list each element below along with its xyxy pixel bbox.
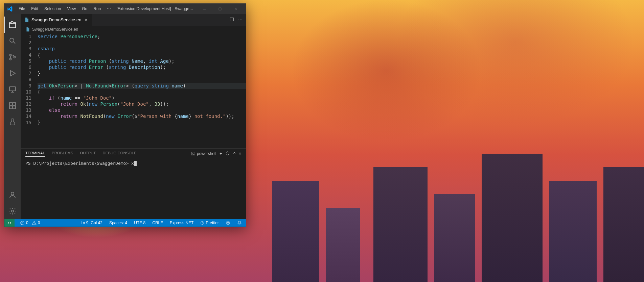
- status-language[interactable]: Express.NET: [168, 221, 195, 225]
- panel-tab-terminal[interactable]: TERMINAL: [25, 151, 45, 157]
- close-panel-icon[interactable]: ×: [239, 151, 241, 156]
- breadcrumb-file: SwaggerDemoService.en: [32, 27, 78, 32]
- text-cursor-icon: [140, 205, 140, 210]
- status-eol[interactable]: CRLF: [151, 221, 164, 225]
- menu-run[interactable]: Run: [91, 5, 104, 12]
- split-terminal-icon[interactable]: [225, 151, 230, 157]
- line-number-gutter: 1 2 3 4 5 6 7 8 9 10 11 12 13 14 15: [21, 33, 38, 148]
- new-terminal-icon[interactable]: +: [220, 151, 222, 156]
- svg-point-18: [226, 221, 230, 225]
- svg-point-4: [10, 58, 12, 60]
- svg-point-20: [228, 223, 229, 223]
- svg-point-2: [10, 38, 14, 42]
- svg-rect-7: [9, 103, 12, 105]
- svg-point-12: [12, 210, 14, 212]
- svg-rect-9: [9, 106, 12, 109]
- split-editor-icon[interactable]: [230, 17, 234, 23]
- tab-label: SwaggerDemoService.en: [31, 17, 81, 22]
- svg-point-5: [14, 56, 16, 58]
- menu-more[interactable]: ⋯: [104, 5, 114, 12]
- activity-run-debug-icon[interactable]: [4, 65, 21, 81]
- terminal-input: x: [131, 161, 134, 166]
- activity-settings-icon[interactable]: [4, 203, 21, 219]
- menu-go[interactable]: Go: [79, 5, 90, 12]
- svg-point-11: [11, 192, 14, 195]
- status-feedback-icon[interactable]: [224, 221, 232, 225]
- activity-account-icon[interactable]: [4, 187, 21, 203]
- editor-tabs: SwaggerDemoService.en × ⋯: [21, 14, 246, 26]
- panel-tab-problems[interactable]: PROBLEMS: [52, 151, 73, 157]
- menu-file[interactable]: File: [16, 5, 28, 12]
- status-bar: 0 0 Ln 9, Col 42 Spaces: 4 UTF-8 CRLF Ex…: [4, 219, 246, 227]
- activity-search-icon[interactable]: [4, 33, 21, 49]
- more-actions-icon[interactable]: ⋯: [238, 17, 243, 23]
- menu-bar: File Edit Selection View Go Run ⋯: [16, 5, 114, 12]
- vscode-window: File Edit Selection View Go Run ⋯ [Exten…: [4, 3, 246, 227]
- menu-edit[interactable]: Edit: [28, 5, 41, 12]
- status-prettier[interactable]: Prettier: [199, 221, 220, 225]
- file-icon: [24, 17, 29, 23]
- window-title: [Extension Development Host] - SwaggerDe…: [114, 6, 197, 11]
- vscode-logo-icon: [7, 6, 13, 11]
- activity-remote-icon[interactable]: [4, 81, 21, 98]
- svg-rect-0: [203, 9, 206, 9]
- terminal[interactable]: PS D:\Projects\Experiments\SwaggerDemo> …: [21, 159, 246, 219]
- maximize-panel-icon[interactable]: ^: [233, 151, 235, 156]
- status-cursor-position[interactable]: Ln 9, Col 42: [79, 221, 104, 225]
- svg-point-3: [10, 54, 12, 56]
- editor-scrollbar[interactable]: [241, 33, 246, 148]
- svg-rect-8: [13, 103, 16, 105]
- file-icon: [25, 27, 30, 32]
- activity-bar: [4, 14, 21, 219]
- activity-source-control-icon[interactable]: [4, 49, 21, 65]
- breadcrumb[interactable]: SwaggerDemoService.en: [21, 26, 246, 33]
- panel-tab-debug-console[interactable]: DEBUG CONSOLE: [103, 151, 137, 157]
- tab-file[interactable]: SwaggerDemoService.en ×: [21, 14, 92, 26]
- svg-point-19: [227, 223, 228, 223]
- terminal-prompt: PS D:\Projects\Experiments\SwaggerDemo>: [25, 161, 131, 166]
- titlebar[interactable]: File Edit Selection View Go Run ⋯ [Exten…: [4, 4, 246, 14]
- svg-rect-6: [9, 87, 16, 91]
- maximize-button[interactable]: [212, 4, 228, 14]
- activity-testing-icon[interactable]: [4, 114, 21, 130]
- panel-tabs: TERMINAL PROBLEMS OUTPUT DEBUG CONSOLE p…: [21, 149, 246, 159]
- close-button[interactable]: [228, 4, 243, 14]
- terminal-shell-icon[interactable]: powershell: [191, 151, 216, 156]
- activity-explorer-icon[interactable]: [4, 17, 21, 33]
- minimize-button[interactable]: [197, 4, 212, 14]
- menu-view[interactable]: View: [64, 5, 78, 12]
- svg-rect-15: [191, 152, 195, 155]
- wallpaper-buildings: [238, 147, 644, 282]
- activity-extensions-icon[interactable]: [4, 98, 21, 114]
- code-editor[interactable]: 1 2 3 4 5 6 7 8 9 10 11 12 13 14 15 serv…: [21, 33, 246, 148]
- panel-tab-output[interactable]: OUTPUT: [80, 151, 96, 157]
- status-bell-icon[interactable]: [236, 221, 243, 225]
- menu-selection[interactable]: Selection: [42, 5, 64, 12]
- svg-rect-10: [13, 106, 16, 109]
- status-encoding[interactable]: UTF-8: [133, 221, 147, 225]
- svg-rect-1: [219, 8, 221, 10]
- remote-button[interactable]: [4, 219, 15, 227]
- tab-close-icon[interactable]: ×: [83, 17, 89, 23]
- code-content[interactable]: service PersonService; csharp { public r…: [38, 33, 246, 148]
- panel: TERMINAL PROBLEMS OUTPUT DEBUG CONSOLE p…: [21, 148, 246, 219]
- status-errors[interactable]: 0 0: [19, 221, 41, 225]
- status-indentation[interactable]: Spaces: 4: [108, 221, 129, 225]
- terminal-cursor: [134, 161, 137, 166]
